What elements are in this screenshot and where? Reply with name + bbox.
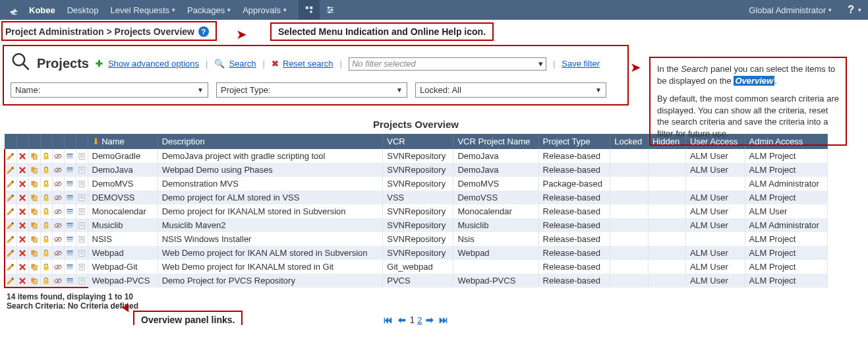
delete-icon[interactable]: [16, 260, 28, 274]
export-icon[interactable]: [76, 163, 88, 177]
hide-icon[interactable]: [52, 191, 64, 204]
history-icon[interactable]: [64, 274, 76, 288]
delete-icon[interactable]: [16, 274, 28, 288]
col-name[interactable]: ⬇ Name: [88, 134, 158, 149]
save-filter-link[interactable]: Save filter: [562, 59, 600, 69]
cell-name[interactable]: DEMOVSS: [88, 191, 158, 204]
nav-desktop[interactable]: Desktop: [67, 5, 99, 15]
edit-icon[interactable]: [5, 204, 16, 218]
cell-name[interactable]: Webpad-Git: [88, 260, 158, 274]
pager-last-icon[interactable]: ⏭: [439, 315, 448, 325]
export-icon[interactable]: [76, 149, 88, 163]
clone-icon[interactable]: [28, 191, 40, 204]
col-vcr-project[interactable]: VCR Project Name: [453, 134, 538, 149]
clone-icon[interactable]: [28, 274, 40, 288]
cell-name[interactable]: DemoJava: [88, 163, 158, 177]
filter-select[interactable]: No filter selected ▾: [349, 57, 546, 71]
reset-search-link[interactable]: Reset search: [283, 59, 333, 69]
project-type-filter[interactable]: Project Type: ▼: [216, 82, 407, 98]
cell-name[interactable]: DemoMVS: [88, 177, 158, 191]
hide-icon[interactable]: [52, 149, 64, 163]
delete-icon[interactable]: [16, 246, 28, 260]
cell-name[interactable]: Musiclib: [88, 218, 158, 232]
delete-icon[interactable]: [16, 204, 28, 218]
lock-icon[interactable]: [40, 177, 52, 191]
cell-name[interactable]: Monocalendar: [88, 204, 158, 218]
col-project-type[interactable]: Project Type: [538, 134, 610, 149]
clone-icon[interactable]: [28, 232, 40, 246]
col-description[interactable]: Description: [158, 134, 383, 149]
edit-icon[interactable]: [5, 232, 16, 246]
export-icon[interactable]: [76, 177, 88, 191]
search-link[interactable]: Search: [229, 59, 256, 69]
hide-icon[interactable]: [52, 260, 64, 274]
edit-icon[interactable]: [5, 218, 16, 232]
locked-filter[interactable]: Locked: All ▼: [415, 82, 606, 98]
clone-icon[interactable]: [28, 204, 40, 218]
help-icon[interactable]: ?: [848, 4, 854, 16]
delete-icon[interactable]: [16, 232, 28, 246]
lock-icon[interactable]: [40, 232, 52, 246]
hide-icon[interactable]: [52, 177, 64, 191]
export-icon[interactable]: [76, 191, 88, 204]
online-help-icon[interactable]: ?: [198, 26, 209, 37]
export-icon[interactable]: [76, 246, 88, 260]
delete-icon[interactable]: [16, 149, 28, 163]
lock-icon[interactable]: [40, 204, 52, 218]
lock-icon[interactable]: [40, 246, 52, 260]
edit-icon[interactable]: [5, 246, 16, 260]
edit-icon[interactable]: [5, 191, 16, 204]
nav-level-requests[interactable]: Level Requests▾: [110, 5, 175, 15]
hide-icon[interactable]: [52, 163, 64, 177]
hide-icon[interactable]: [52, 218, 64, 232]
clone-icon[interactable]: [28, 218, 40, 232]
cell-name[interactable]: Webpad: [88, 246, 158, 260]
col-vcr[interactable]: VCR: [383, 134, 453, 149]
export-icon[interactable]: [76, 218, 88, 232]
export-icon[interactable]: [76, 274, 88, 288]
cell-name[interactable]: DemoGradle: [88, 149, 158, 163]
name-filter[interactable]: Name: ▼: [11, 82, 208, 98]
pager-prev-icon[interactable]: ⬅: [398, 315, 406, 325]
history-icon[interactable]: [64, 260, 76, 274]
cell-name[interactable]: Webpad-PVCS: [88, 274, 158, 288]
lock-icon[interactable]: [40, 191, 52, 204]
history-icon[interactable]: [64, 163, 76, 177]
cell-name[interactable]: NSIS: [88, 232, 158, 246]
delete-icon[interactable]: [16, 218, 28, 232]
hide-icon[interactable]: [52, 246, 64, 260]
edit-icon[interactable]: [5, 163, 16, 177]
delete-icon[interactable]: [16, 177, 28, 191]
clone-icon[interactable]: [28, 163, 40, 177]
history-icon[interactable]: [64, 177, 76, 191]
edit-icon[interactable]: [5, 260, 16, 274]
nav-approvals[interactable]: Approvals▾: [243, 5, 287, 15]
col-locked[interactable]: Locked: [610, 134, 649, 149]
history-icon[interactable]: [64, 191, 76, 204]
hide-icon[interactable]: [52, 232, 64, 246]
history-icon[interactable]: [64, 204, 76, 218]
export-icon[interactable]: [76, 232, 88, 246]
history-icon[interactable]: [64, 149, 76, 163]
clone-icon[interactable]: [28, 177, 40, 191]
export-icon[interactable]: [76, 204, 88, 218]
nav-settings-icon[interactable]: [320, 0, 341, 20]
history-icon[interactable]: [64, 232, 76, 246]
export-icon[interactable]: [76, 260, 88, 274]
nav-admin-icon[interactable]: [299, 0, 320, 20]
show-advanced-link[interactable]: Show advanced options: [108, 59, 199, 69]
delete-icon[interactable]: [16, 191, 28, 204]
nav-packages[interactable]: Packages▾: [187, 5, 231, 15]
edit-icon[interactable]: [5, 274, 16, 288]
clone-icon[interactable]: [28, 260, 40, 274]
history-icon[interactable]: [64, 246, 76, 260]
lock-icon[interactable]: [40, 274, 52, 288]
pager-next-icon[interactable]: ➡: [426, 315, 434, 325]
pager-page-link[interactable]: 2: [417, 315, 422, 325]
nav-user-menu[interactable]: Global Administrator▾: [749, 5, 832, 15]
hide-icon[interactable]: [52, 274, 64, 288]
clone-icon[interactable]: [28, 149, 40, 163]
clone-icon[interactable]: [28, 246, 40, 260]
lock-icon[interactable]: [40, 163, 52, 177]
lock-icon[interactable]: [40, 218, 52, 232]
